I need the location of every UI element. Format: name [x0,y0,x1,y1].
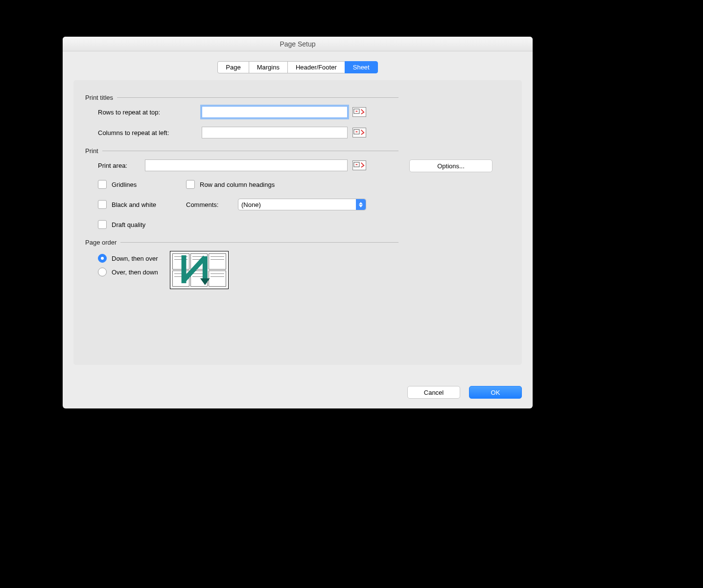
draft-quality-label: Draft quality [112,221,145,228]
print-row-1: Gridlines Row and column headings [85,180,398,189]
group-print-titles: Print titles [85,94,398,101]
rows-repeat-label: Rows to repeat at top: [98,109,202,116]
svg-rect-1 [356,111,358,112]
cols-repeat-label: Columns to repeat at left: [98,129,202,136]
dialog-title: Page Setup [63,37,533,51]
comments-value: (None) [241,201,261,208]
row-col-headings-label: Row and column headings [200,181,275,188]
row-col-headings-checkbox[interactable] [186,180,195,189]
group-print-label: Print [85,147,98,155]
tab-page[interactable]: Page [217,61,248,73]
collapse-range-icon[interactable] [352,160,366,170]
ok-button[interactable]: OK [469,386,522,399]
collapse-range-icon[interactable] [352,128,366,137]
comments-label: Comments: [186,201,233,208]
down-then-over-label: Down, then over [112,255,158,262]
left-column: Print titles Rows to repeat at top: Colu… [85,91,398,289]
page-order-preview-icon [170,251,229,289]
page-order-block: Down, then over Over, then down [85,251,398,289]
group-print: Print [85,147,398,155]
opt-over-then-down[interactable]: Over, then down [98,268,158,276]
svg-rect-5 [356,164,358,165]
row-cols-repeat: Columns to repeat at left: [85,127,398,138]
options-button[interactable]: Options... [409,159,492,172]
page-order-options: Down, then over Over, then down [98,254,158,276]
divider [102,151,398,151]
print-area-input[interactable] [145,159,348,171]
divider [120,242,398,243]
sheet-panel: Print titles Rows to repeat at top: Colu… [73,80,522,365]
cancel-button[interactable]: Cancel [407,386,460,399]
print-row-2: Black and white Comments: (None) [85,199,398,210]
tab-header-footer[interactable]: Header/Footer [287,61,345,73]
svg-rect-3 [356,131,358,132]
combo-arrows-icon [356,199,366,210]
tab-segment: Page Margins Header/Footer Sheet [217,61,377,73]
group-page-order: Page order [85,239,398,246]
rows-repeat-input[interactable] [202,106,348,118]
comments-combo[interactable]: (None) [238,199,366,210]
gridlines-checkbox[interactable] [98,180,107,189]
tab-margins[interactable]: Margins [249,61,287,73]
dialog-footer: Cancel OK [407,386,522,399]
row-rows-repeat: Rows to repeat at top: [85,106,398,118]
cols-repeat-input[interactable] [202,127,348,138]
divider [117,97,398,98]
black-white-checkbox[interactable] [98,200,107,209]
gridlines-label: Gridlines [112,181,181,188]
black-white-label: Black and white [112,201,181,208]
over-then-down-label: Over, then down [112,269,158,276]
tab-sheet[interactable]: Sheet [345,61,378,73]
dialog-body: Page Margins Header/Footer Sheet Print t… [63,51,533,374]
tab-row: Page Margins Header/Footer Sheet [73,61,522,73]
right-column: Options... [409,91,510,289]
print-area-label: Print area: [98,162,145,169]
collapse-range-icon[interactable] [352,107,366,117]
radio-over-then-down[interactable] [98,268,107,276]
opt-down-then-over[interactable]: Down, then over [98,254,158,263]
row-print-area: Print area: [85,159,398,171]
radio-down-then-over[interactable] [98,254,107,263]
group-page-order-label: Page order [85,239,117,246]
draft-quality-checkbox[interactable] [98,220,107,229]
print-row-3: Draft quality [85,220,398,229]
group-print-titles-label: Print titles [85,94,113,101]
page-setup-dialog: Page Setup Page Margins Header/Footer Sh… [63,37,533,408]
